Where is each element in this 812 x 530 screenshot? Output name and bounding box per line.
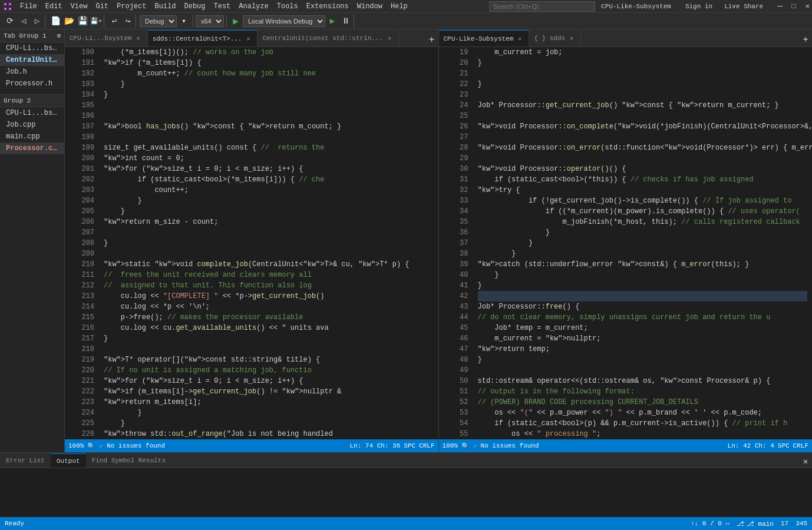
platform-select[interactable]: x64 <box>196 15 224 27</box>
toolbar-open-btn[interactable]: 📂 <box>62 15 75 28</box>
status-line[interactable]: 345 <box>796 520 807 527</box>
code-line: } <box>104 408 434 418</box>
left-tab-add-btn[interactable]: + <box>425 34 438 47</box>
bottom-panel-content <box>0 468 812 517</box>
debug-config-select[interactable]: Debug <box>140 15 177 27</box>
tab-group2-header[interactable]: Group 2 <box>0 94 64 107</box>
right-tab-1[interactable]: { } sdds ✕ <box>529 30 581 47</box>
toolbar-save-all-btn[interactable]: 💾+ <box>90 15 103 28</box>
sidebar-file-g2-1[interactable]: Job.cpp <box>0 119 64 131</box>
toolbar-save-btn[interactable]: 💾 <box>76 15 89 28</box>
left-tab-1-close[interactable]: ✕ <box>244 35 252 43</box>
signin-btn[interactable]: Sign in <box>685 3 712 10</box>
menu-edit[interactable]: Edit <box>42 1 66 12</box>
right-zoom[interactable]: 100% <box>443 442 458 449</box>
bottom-panel: Error List Output Find Symbol Results ✕ <box>0 452 812 517</box>
left-status-bar: 100% 🔍 ✓ No issues found Ln: 74 Ch: 36 S… <box>65 439 438 452</box>
sidebar-file-1[interactable]: CentralUnit.h <box>0 54 64 66</box>
code-line: } <box>478 249 808 259</box>
left-position[interactable]: Ln: 74 Ch: 36 <box>349 442 400 449</box>
right-tab-0[interactable]: CPU-Like-Subsystem ✕ <box>439 30 530 47</box>
left-line-ending[interactable]: CRLF <box>419 442 434 449</box>
left-tab-2[interactable]: CentralUnit(const std::strin... ✕ <box>258 30 399 47</box>
code-line: } <box>104 238 434 249</box>
right-tab-0-close[interactable]: ✕ <box>516 35 524 43</box>
menu-build[interactable]: Build <box>151 1 179 12</box>
bottom-tab-bar: Error List Output Find Symbol Results ✕ <box>0 453 812 468</box>
left-tab-1[interactable]: sdds::CentralUnit<T>... ✕ <box>148 30 258 47</box>
close-btn[interactable]: ✕ <box>806 2 810 11</box>
line-number: 222 <box>77 386 94 397</box>
tab-group1-header[interactable]: Tab Group 1 ⚙ <box>0 29 64 42</box>
left-issues[interactable]: No issues found <box>107 442 165 449</box>
left-encoding[interactable]: SPC <box>404 442 415 449</box>
toolbar-forward2-btn[interactable]: ▷ <box>31 15 44 28</box>
right-editor-pane: CPU-Like-Subsystem ✕ { } sdds ✕ + 192021… <box>439 29 813 452</box>
run-btn[interactable]: ▶ <box>229 15 242 28</box>
bottom-tab-find-symbol[interactable]: Find Symbol Results <box>86 453 171 468</box>
status-git-branch[interactable]: ⎇ main <box>747 520 774 528</box>
play-btn[interactable]: ▶ <box>326 15 339 28</box>
code-line <box>104 132 434 143</box>
tab-group1-settings-icon[interactable]: ⚙ <box>57 32 61 39</box>
line-number: 204 <box>77 196 94 206</box>
maximize-btn[interactable]: □ <box>792 2 796 11</box>
menu-analyze[interactable]: Analyze <box>235 1 272 12</box>
toolbar-forward-btn[interactable]: ◁ <box>17 15 30 28</box>
debugger-select[interactable]: Local Windows Debugger <box>243 15 325 27</box>
right-issues[interactable]: No issues found <box>481 442 539 449</box>
right-line-ending[interactable]: CRLF <box>793 442 808 449</box>
menu-window[interactable]: Window <box>354 1 386 12</box>
line-number: 213 <box>77 291 94 302</box>
menu-project[interactable]: Project <box>113 1 150 12</box>
sidebar-file-g2-2[interactable]: main.cpp <box>0 131 64 143</box>
left-tab-2-close[interactable]: ✕ <box>385 34 394 42</box>
code-line: "kw">void Processor::on_error(std::funct… <box>478 143 808 153</box>
toolbar-dropdown-btn[interactable]: ▾ <box>177 15 190 28</box>
left-tab-0[interactable]: CPU-Li...bsystem ✕ <box>65 30 148 47</box>
line-number: 219 <box>77 355 94 365</box>
live-share-btn[interactable]: Live Share <box>724 3 763 10</box>
pause-btn[interactable]: ⏸ <box>339 15 352 28</box>
menu-search-input[interactable] <box>489 1 595 12</box>
left-code-editor[interactable]: 1901911921931941951961971981992002012022… <box>65 47 438 439</box>
menu-help[interactable]: Help <box>387 1 411 12</box>
sidebar-file-g2-0[interactable]: CPU-Li...bsystem <box>0 107 64 119</box>
left-tab-0-close[interactable]: ✕ <box>134 34 143 42</box>
toolbar-new-btn[interactable]: 📄 <box>49 15 62 28</box>
code-line <box>478 90 808 100</box>
status-changes[interactable]: 17 <box>781 520 788 527</box>
bottom-tab-error-list[interactable]: Error List <box>0 453 51 468</box>
bottom-panel-close-btn[interactable]: ✕ <box>799 455 812 468</box>
sidebar-file-2[interactable]: Job.h <box>0 66 64 78</box>
menu-git[interactable]: Git <box>92 1 112 12</box>
toolbar-undo-btn[interactable]: ↩ <box>108 15 121 28</box>
toolbar: ⟳ ◁ ▷ 📄 📂 💾 💾+ ↩ ↪ Debug ▾ x64 ▶ Local W… <box>0 13 812 29</box>
code-line <box>104 227 434 238</box>
minimize-btn[interactable]: ─ <box>777 2 782 11</box>
right-zoom-icon: 🔍 <box>461 442 470 450</box>
menu-extensions[interactable]: Extensions <box>303 1 352 12</box>
sidebar-file-3[interactable]: Processor.h <box>0 78 64 90</box>
toolbar-back-btn[interactable]: ⟳ <box>4 15 16 28</box>
sidebar-file-g2-3[interactable]: Processor.cpp <box>0 143 64 154</box>
right-encoding[interactable]: SPC <box>778 442 790 449</box>
line-number: 26 <box>451 121 468 132</box>
line-number: 48 <box>451 355 468 365</box>
right-tab-add-btn[interactable]: + <box>799 34 812 47</box>
right-position[interactable]: Ln: 42 Ch: 4 <box>728 442 774 449</box>
right-code-editor[interactable]: 1920212223242526272829303132333435363738… <box>439 47 813 439</box>
menu-tools[interactable]: Tools <box>273 1 302 12</box>
menu-file[interactable]: File <box>16 1 41 12</box>
line-number: 197 <box>77 121 94 132</box>
bottom-tab-output[interactable]: Output <box>51 453 86 468</box>
left-zoom[interactable]: 100% <box>68 442 84 449</box>
line-number: 33 <box>451 196 468 206</box>
right-tab-1-close[interactable]: ✕ <box>567 34 576 42</box>
status-counter[interactable]: ↑↓ 0 / 0 ↔ <box>691 520 730 527</box>
sidebar-file-0[interactable]: CPU-Li...bsystem <box>0 42 64 54</box>
toolbar-redo-btn[interactable]: ↪ <box>121 15 134 28</box>
menu-test[interactable]: Test <box>210 1 235 12</box>
menu-view[interactable]: View <box>67 1 91 12</box>
menu-debug[interactable]: Debug <box>180 1 209 12</box>
